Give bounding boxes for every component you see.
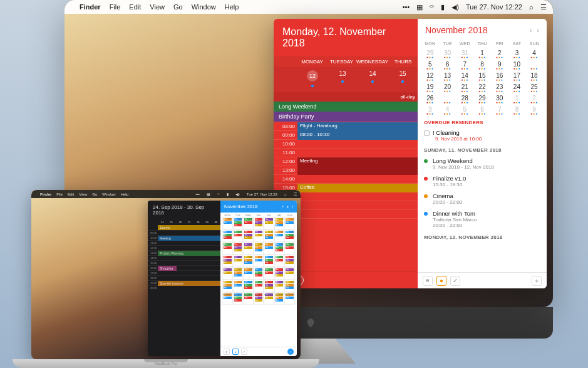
mini-day[interactable]: 6EvEv [233,229,244,242]
mini-day[interactable]: 25EvEvEv [284,255,295,267]
allday-joanna[interactable]: Joanna [158,225,220,230]
calendar-day[interactable]: 29●●● [421,48,439,60]
mini-day[interactable]: undefinedEvEv [264,292,274,305]
calendar-day[interactable]: 23●●● [491,82,508,93]
mini-day[interactable]: 10EvEv [274,229,285,242]
mini-day[interactable]: 14EvEv [243,242,254,255]
calendar-day[interactable]: 5●●● [456,105,473,116]
mini-day[interactable]: undefinedEvEv [222,292,233,305]
calendar-day[interactable]: 9●●● [491,60,508,71]
mini-day[interactable]: undefinedEvEv [284,292,295,305]
calendar-day[interactable]: 14●●● [456,71,473,82]
control-icon[interactable]: ☰ [294,192,297,196]
calendar-day[interactable]: 6●●● [439,60,456,71]
calendar-day[interactable]: 30●●● [491,93,508,105]
spotlight-icon[interactable]: ⌕ [284,192,287,196]
mini-day[interactable]: 16EvEv [264,242,274,255]
calendar-day[interactable]: 4●●● [525,48,543,60]
mini-day[interactable]: 19EvEvEv [222,255,233,267]
dot-icon[interactable]: ● [232,349,239,355]
calendar-day[interactable]: 1●●● [473,48,491,60]
next-month-icon[interactable]: › [537,26,539,34]
app-menu[interactable]: Finder [80,3,101,11]
mini-day[interactable]: 30EvEvEv [233,217,244,229]
prev-icon[interactable]: ‹ [282,204,284,209]
mini-day[interactable]: 3EvEvEv [274,217,285,229]
check-view-icon[interactable]: ✓ [450,276,460,286]
clock[interactable]: Tue 27. Nov 12:22 [466,3,522,11]
list-view-icon[interactable]: ≡ [423,276,433,286]
calendar-day[interactable]: 3●●● [421,105,439,116]
mini-day[interactable]: 18EvEv [284,242,295,255]
mini-day[interactable]: 5EvEvEv [222,229,233,242]
mini-day[interactable]: 6EvEv [254,280,264,292]
next-icon[interactable]: › [292,204,293,209]
calendar-day[interactable]: 17●●● [508,71,526,82]
menu-help[interactable]: Help [225,3,239,11]
event-item[interactable]: Long Weekend9. Nov 2018 - 12. Nov 2018 [418,155,547,172]
mini-day[interactable]: 12EvEv [222,242,233,255]
calendar-day[interactable]: 12●●● [421,71,439,82]
calendar-day[interactable]: 16●●● [491,71,508,82]
menu-view[interactable]: View [150,3,165,11]
calendar-day[interactable]: 19●●● [421,82,439,93]
mini-day[interactable]: 15EvEvEv [254,242,264,255]
reminder-checkbox[interactable] [424,130,430,136]
wifi-icon[interactable]: ⌔ [217,192,220,196]
status-extra-icon[interactable]: ••• [196,192,200,196]
calendar-day[interactable]: 26●●● [421,93,439,105]
mini-day[interactable]: 26EvEv [222,267,233,280]
mini-day[interactable]: 23EvEvEv [264,255,274,267]
check-icon[interactable]: ✓ [241,349,247,355]
calendar-day[interactable]: 21●●● [456,82,473,93]
spotlight-icon[interactable]: ⌕ [529,3,534,11]
fantastical-menubar-icon[interactable]: ▦ [416,3,423,11]
calendar-day[interactable]: 15●●● [473,71,491,82]
event-meeting[interactable]: Meeting [297,157,418,166]
mini-day[interactable]: 9EvEvEv [264,229,274,242]
event-flight[interactable]: Flight - Hamburg [297,122,418,131]
overdue-reminder[interactable]: ! Cleaning 9. Nov 2018 at 10:00 [418,127,547,144]
calendar-day[interactable]: 2●●● [491,48,508,60]
mini-day[interactable]: 2EvEv [284,267,295,280]
calendar-day[interactable]: 30●●● [439,48,456,60]
calendar-day[interactable]: 22●●● [473,82,491,93]
mini-day[interactable]: undefinedEvEvEv [274,292,285,305]
calendar-day[interactable]: 8●●● [473,60,491,71]
dot-view-icon[interactable]: ● [436,276,446,286]
mini-day[interactable]: 29EvEv [222,217,233,229]
calendar-day[interactable]: 18●●● [525,71,543,82]
mini-day[interactable]: undefinedEvEvEv [233,292,244,305]
calendar-day[interactable]: 7●●● [456,60,473,71]
mini-day[interactable]: 9EvEvEv [284,280,295,292]
volume-icon[interactable]: ◀) [451,3,459,11]
mini-day[interactable]: 4EvEv [233,280,244,292]
mini-day[interactable]: 20EvEv [233,255,244,267]
mini-day[interactable]: 31EvEv [243,217,254,229]
mini-day[interactable]: 24EvEv [274,255,285,267]
mini-day[interactable]: 1EvEvEv [274,267,285,280]
status-extra-icon[interactable]: ••• [403,3,410,11]
calendar-day[interactable]: 4●●● [439,105,456,116]
mini-day[interactable]: 1EvEvEv [254,217,264,229]
mini-day[interactable]: 3EvEvEv [222,280,233,292]
calendar-day[interactable]: 29●●● [473,93,491,105]
calendar-day[interactable]: 3●●● [508,48,526,60]
calendar-day[interactable]: 11●●● [525,60,543,71]
event-item[interactable]: Finalize v1.015:30 - 19:30 [418,172,547,190]
add-event-icon[interactable]: ＋ [532,276,542,286]
battery-icon[interactable]: ▮ [227,192,229,196]
mini-day[interactable]: 5EvEvEv [243,280,254,292]
event-item[interactable]: Dinner with TomTrattoria San Marco20:00 … [418,208,547,231]
menu-file[interactable]: File [110,3,121,11]
mini-day[interactable]: 27EvEvEv [233,267,244,280]
calendar-day[interactable]: 2●●● [525,93,543,105]
wifi-icon[interactable]: ⌔ [430,3,434,11]
mini-day[interactable]: 29EvEvEv [254,267,264,280]
calendar-day[interactable]: 25●●● [525,82,543,93]
mini-day[interactable]: 8EvEv [274,280,285,292]
calendar-day[interactable]: 24●●● [508,82,526,93]
menu-window[interactable]: Window [192,3,216,11]
mini-day[interactable]: 17EvEvEv [274,242,285,255]
battery-icon[interactable]: ▮ [441,3,445,11]
